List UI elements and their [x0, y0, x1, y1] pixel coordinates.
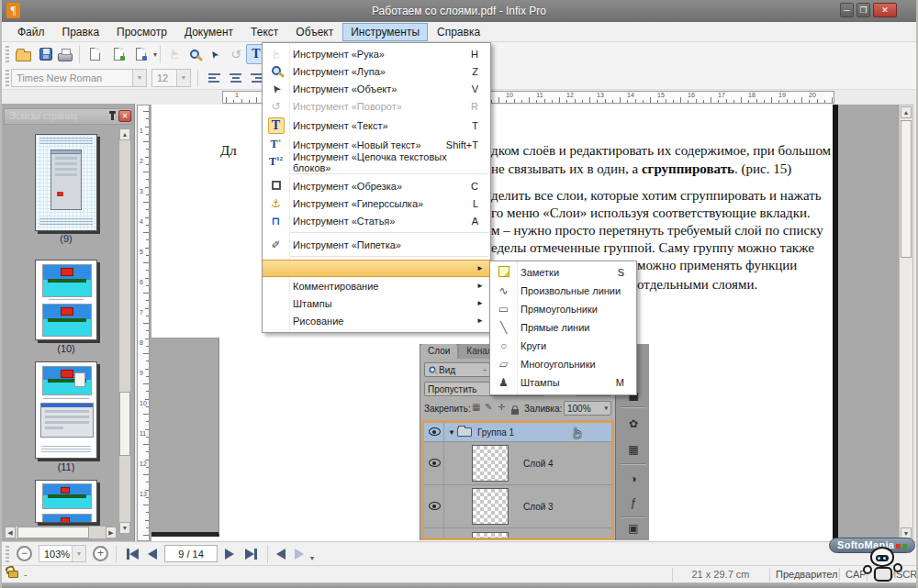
- scroll-up-icon[interactable]: ▲: [119, 128, 130, 140]
- menu-item-text-tool[interactable]: T Инструмент «Текст» T: [263, 115, 490, 136]
- toolbar-grip[interactable]: [6, 70, 9, 86]
- menu-item-rotate-tool[interactable]: ↺ Инструмент «Поворот» R: [263, 97, 490, 115]
- page-tools-caret-icon[interactable]: ▾: [153, 50, 157, 59]
- lock-all-icon[interactable]: [511, 409, 519, 415]
- font-family-select[interactable]: Times New Roman ▼: [11, 69, 147, 87]
- page-thumbnail-12[interactable]: [35, 480, 97, 523]
- menu-item-zoom-tool[interactable]: Инструмент «Лупа» Z: [263, 62, 490, 80]
- menu-item-hyperlink-tool[interactable]: ⚓ Инструмент «Гиперссылка» L: [263, 194, 490, 212]
- first-page-button[interactable]: [122, 546, 142, 562]
- align-center-button[interactable]: [226, 69, 245, 87]
- layer-row[interactable]: Слой 4: [424, 442, 611, 485]
- menu-file[interactable]: Файл: [9, 23, 53, 41]
- menu-view[interactable]: Просмотр: [108, 23, 175, 41]
- page-thumbnail-11[interactable]: [35, 361, 97, 459]
- toolbar-grip[interactable]: [6, 46, 9, 62]
- next-page-button[interactable]: [222, 546, 237, 562]
- page-tool-2-button[interactable]: [108, 44, 129, 64]
- scroll-left-icon[interactable]: ◀: [5, 527, 16, 538]
- scrollbar-thumb[interactable]: [17, 527, 89, 538]
- visibility-cell[interactable]: [424, 485, 444, 527]
- panel-close-button[interactable]: ✕: [118, 110, 131, 122]
- visibility-cell[interactable]: [424, 423, 444, 441]
- scroll-down-icon[interactable]: ▼: [119, 522, 130, 534]
- lock-paint-icon[interactable]: ✎: [485, 402, 492, 412]
- menu-object[interactable]: Объект: [287, 23, 341, 41]
- layer-effects-icon[interactable]: ƒ: [616, 496, 649, 509]
- masks-icon[interactable]: ▣: [616, 522, 649, 535]
- menu-item-drawing[interactable]: Штампы ►: [263, 294, 490, 312]
- maximize-button[interactable]: ❐: [856, 3, 870, 17]
- submenu-item-notes[interactable]: Заметки S: [490, 263, 636, 282]
- open-button[interactable]: [13, 44, 33, 64]
- page-tool-3-button[interactable]: [130, 44, 151, 64]
- menu-item-article-tool[interactable]: ⊓ Инструмент «Статья» A: [263, 212, 490, 229]
- hand-tool-button[interactable]: ☞: [164, 44, 185, 64]
- minimize-button[interactable]: ─: [840, 3, 854, 17]
- menu-help[interactable]: Справка: [429, 23, 488, 41]
- menu-item-stamps[interactable]: Комментирование ►: [263, 277, 490, 294]
- infix-pro-window: ¶ Работаем со слоями.pdf - Infix Pro ─ ❐…: [0, 0, 918, 588]
- menu-item-eyedropper-tool[interactable]: ✐ Инструмент «Пипетка»: [263, 236, 490, 253]
- expand-arrow-icon[interactable]: ▼: [448, 428, 455, 437]
- submenu-item-stamps[interactable]: ♟ Штампы M: [490, 373, 636, 392]
- menu-item-text-chain-tool[interactable]: T12 Инструмент «Цепочка текстовых блоков…: [263, 153, 490, 171]
- page-thumbnail-9[interactable]: [35, 134, 97, 231]
- layer-row[interactable]: Слой 3: [424, 485, 611, 528]
- pin-icon[interactable]: [111, 112, 114, 120]
- rotate-tool-button[interactable]: ↺: [226, 44, 246, 64]
- tab-layers[interactable]: Слои: [420, 344, 457, 359]
- page-number-field[interactable]: 9 / 14: [164, 545, 218, 562]
- page-tool-1-button[interactable]: [84, 44, 105, 64]
- menu-tools[interactable]: Инструменты: [342, 23, 428, 41]
- last-page-button[interactable]: [241, 546, 261, 562]
- submenu-item-straight-lines[interactable]: ╲ Прямые линии: [490, 318, 636, 337]
- visibility-cell[interactable]: [424, 442, 444, 484]
- submenu-item-circles[interactable]: ○ Круги: [490, 337, 636, 355]
- fill-select[interactable]: 100% ▾: [564, 401, 611, 416]
- go-back-button[interactable]: [274, 546, 288, 562]
- menu-item-work-mode[interactable]: Рисование ►: [263, 312, 490, 329]
- close-button[interactable]: ✕: [873, 3, 897, 17]
- swatches-icon[interactable]: ✿: [616, 417, 649, 430]
- align-left-button[interactable]: [205, 69, 224, 87]
- font-size-select[interactable]: 12 ▼: [151, 69, 191, 87]
- scrollbar-thumb[interactable]: [901, 120, 912, 258]
- styles-icon[interactable]: ▦: [616, 443, 649, 456]
- layers-view-filter[interactable]: Вид ÷: [424, 362, 490, 377]
- lock-transparency-icon[interactable]: ▦: [472, 402, 480, 412]
- submenu-item-freehand-lines[interactable]: ∿ Произвольные линии: [490, 282, 636, 300]
- zoom-level-select[interactable]: 103% ▼: [39, 545, 86, 562]
- toolbar-grip[interactable]: [6, 546, 9, 562]
- menu-edit[interactable]: Правка: [54, 23, 108, 41]
- scroll-right-icon[interactable]: ▶: [106, 527, 117, 538]
- layer-group-row[interactable]: ▼ Группа 1 ☞: [424, 423, 611, 442]
- adjustments-icon[interactable]: ◑: [616, 472, 649, 485]
- scrollbar-thumb[interactable]: [119, 392, 130, 456]
- print-button[interactable]: [55, 44, 75, 64]
- page-thumbnail-10[interactable]: [35, 260, 97, 340]
- save-button[interactable]: [36, 44, 56, 64]
- history-caret-icon[interactable]: ▾: [310, 554, 314, 562]
- object-tool-button[interactable]: ➤: [205, 44, 225, 64]
- go-forward-button[interactable]: [292, 546, 307, 562]
- zoom-tool-button[interactable]: [185, 44, 205, 64]
- previous-page-button[interactable]: [145, 546, 160, 562]
- menu-text[interactable]: Текст: [242, 23, 286, 41]
- zoom-in-button[interactable]: +: [93, 546, 108, 561]
- thumbnails-hscrollbar[interactable]: ◀ ▶: [4, 526, 118, 539]
- menu-item-object-tool[interactable]: ➤ Инструмент «Объект» V: [263, 80, 490, 97]
- submenu-item-polygons[interactable]: ▱ Многоугольники: [490, 355, 636, 373]
- lock-move-icon[interactable]: ✛: [498, 402, 505, 412]
- menu-document[interactable]: Документ: [176, 23, 241, 41]
- document-scrollbar[interactable]: ▲ ▼: [899, 105, 913, 541]
- thumbnails-vscrollbar[interactable]: ▲ ▼: [118, 128, 131, 535]
- menu-item-commenting[interactable]: ►: [263, 260, 490, 277]
- menu-item-crop-tool[interactable]: Инструмент «Обрезка» C: [263, 177, 490, 194]
- submenu-item-rectangles[interactable]: ▭ Прямоугольники: [490, 300, 636, 318]
- layer-row-partial[interactable]: [424, 528, 611, 540]
- scroll-up-icon[interactable]: ▲: [901, 106, 912, 118]
- menu-item-hand-tool[interactable]: ☞ Инструмент «Рука» H: [263, 45, 490, 62]
- status-bar: - 21 x 29.7 cm Предварител CAP NUM SCRL: [2, 565, 916, 582]
- zoom-out-button[interactable]: −: [17, 546, 32, 561]
